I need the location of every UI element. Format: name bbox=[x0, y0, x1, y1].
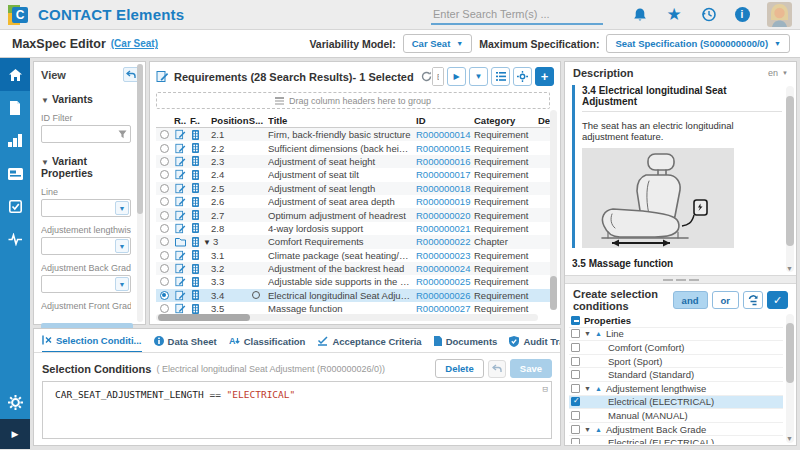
tree-checkbox[interactable] bbox=[571, 316, 580, 325]
collapse-chevron-icon[interactable]: ▼ bbox=[584, 330, 591, 337]
table-row[interactable]: ▼2.7 Optimum adjustment of headrest R000… bbox=[156, 208, 550, 221]
invert-condition-button[interactable] bbox=[743, 291, 763, 309]
edit-requirement-icon[interactable] bbox=[172, 250, 188, 261]
requirement-id-link[interactable]: R000000024 bbox=[416, 263, 474, 274]
tree-checkbox[interactable] bbox=[571, 357, 580, 366]
tree-checkbox[interactable] bbox=[571, 343, 580, 352]
building-block-icon[interactable] bbox=[188, 170, 202, 180]
row-radio[interactable] bbox=[160, 130, 169, 139]
view-panel-scrollbar[interactable] bbox=[137, 64, 143, 322]
delete-button[interactable]: Delete bbox=[435, 359, 484, 378]
building-block-icon[interactable] bbox=[188, 210, 202, 220]
tree-checkbox[interactable] bbox=[571, 370, 580, 379]
requirement-id-link[interactable]: R000000016 bbox=[416, 156, 474, 167]
property-select[interactable]: ▼ bbox=[41, 199, 131, 217]
building-block-icon[interactable] bbox=[188, 290, 202, 300]
property-select[interactable]: ▼ bbox=[41, 275, 131, 293]
add-requirement-button[interactable]: + bbox=[535, 67, 554, 86]
requirement-id-link[interactable]: R000000014 bbox=[416, 129, 474, 140]
tree-checkbox[interactable] bbox=[571, 425, 580, 434]
variability-model-dropdown[interactable]: Car Seat▼ bbox=[403, 34, 473, 53]
building-block-icon[interactable] bbox=[188, 197, 202, 207]
history-icon[interactable] bbox=[693, 4, 723, 26]
row-radio[interactable] bbox=[160, 197, 169, 206]
and-operator-button[interactable]: and bbox=[673, 291, 708, 309]
nav-activity[interactable] bbox=[0, 223, 30, 256]
list-view-button[interactable] bbox=[491, 67, 510, 86]
variant-properties-section-header[interactable]: ▼Variant Properties bbox=[41, 155, 131, 179]
edit-requirement-icon[interactable] bbox=[172, 223, 188, 234]
row-radio[interactable] bbox=[160, 211, 169, 220]
row-radio[interactable] bbox=[160, 291, 169, 300]
tab-audit-trail[interactable]: Audit Trail bbox=[509, 329, 560, 353]
table-row[interactable]: ▼2.3 Adjustment of seat height R00000001… bbox=[156, 155, 550, 168]
building-block-icon[interactable] bbox=[188, 130, 202, 140]
tab-classification[interactable]: A Classification bbox=[229, 329, 306, 353]
table-row[interactable]: ▼2.4 Adjustment of seat tilt R000000017 … bbox=[156, 168, 550, 181]
building-block-icon[interactable] bbox=[188, 250, 202, 260]
global-search[interactable] bbox=[431, 5, 603, 25]
edit-requirement-icon[interactable] bbox=[172, 156, 188, 167]
user-avatar[interactable] bbox=[767, 2, 792, 27]
tree-row[interactable]: ▼ ▲ Comfort (Comfort) bbox=[569, 341, 783, 355]
save-button[interactable]: Save bbox=[510, 359, 552, 378]
or-operator-button[interactable]: or bbox=[712, 291, 740, 309]
refresh-icon[interactable] bbox=[421, 71, 432, 82]
description-scrollbar[interactable] bbox=[786, 86, 794, 272]
edit-requirement-icon[interactable] bbox=[172, 196, 188, 207]
tree-row[interactable]: ▼ ▲ Standard (Standard) bbox=[569, 368, 783, 382]
grid-settings-button[interactable] bbox=[513, 67, 532, 86]
row-radio[interactable] bbox=[160, 224, 169, 233]
filter-options-button[interactable]: ▼ bbox=[469, 67, 488, 86]
group-by-dropzone[interactable]: Drag column headers here to group bbox=[156, 92, 550, 109]
nav-reports[interactable] bbox=[0, 124, 30, 157]
edit-requirement-icon[interactable] bbox=[172, 263, 188, 274]
run-filter-button[interactable]: ▶ bbox=[447, 67, 466, 86]
edit-requirement-icon[interactable] bbox=[172, 210, 188, 221]
row-radio[interactable] bbox=[160, 277, 169, 286]
column-header-position[interactable]: Position bbox=[202, 115, 244, 126]
tree-row[interactable]: ▼ ▲ Line bbox=[569, 328, 783, 342]
context-link[interactable]: (Car Seat) bbox=[111, 38, 158, 49]
edit-requirement-icon[interactable] bbox=[172, 276, 188, 287]
nav-home[interactable] bbox=[0, 58, 30, 91]
requirements-filter[interactable] bbox=[432, 67, 444, 86]
property-select[interactable]: ▼ bbox=[41, 237, 131, 255]
search-input[interactable] bbox=[431, 5, 603, 23]
tab-selection-conditions[interactable]: Selection Conditi... bbox=[42, 329, 142, 353]
row-radio[interactable] bbox=[160, 184, 169, 193]
tab-data-sheet[interactable]: Data Sheet bbox=[154, 329, 217, 353]
building-block-icon[interactable] bbox=[188, 264, 202, 274]
nav-settings[interactable] bbox=[0, 386, 30, 419]
scroll-down-icon[interactable]: ▼ bbox=[786, 435, 793, 442]
column-header-title[interactable]: Title bbox=[268, 115, 416, 126]
scroll-down-icon[interactable]: ▼ bbox=[786, 265, 793, 272]
nav-cards[interactable] bbox=[0, 157, 30, 190]
requirement-id-link[interactable]: R000000017 bbox=[416, 169, 474, 180]
tab-acceptance-criteria[interactable]: Acceptance Criteria bbox=[317, 329, 421, 353]
tree-row[interactable]: ▼ ▲ Electrical (ELECTRICAL) bbox=[569, 436, 783, 444]
sidebar-expand-button[interactable]: ▶ bbox=[0, 419, 30, 449]
maximum-specification-dropdown[interactable]: Seat Specification (S000000000/0)▼ bbox=[606, 34, 790, 53]
panel-splitter-handle[interactable] bbox=[565, 275, 796, 284]
tree-row[interactable]: ▼ ▲ Adjustment Back Grade bbox=[569, 423, 783, 437]
tree-checkbox[interactable] bbox=[571, 411, 580, 420]
row-radio[interactable] bbox=[160, 264, 169, 273]
edit-requirement-icon[interactable] bbox=[172, 183, 188, 194]
edit-requirement-icon[interactable] bbox=[172, 169, 188, 180]
contact-elements-logo-icon[interactable]: C bbox=[8, 5, 28, 25]
requirement-id-link[interactable]: R000000021 bbox=[416, 223, 474, 234]
table-row[interactable]: ▼2.6 Adjustment of seat area depth R0000… bbox=[156, 195, 550, 208]
tree-row[interactable]: ▼ ▲ Properties bbox=[569, 314, 783, 328]
table-row[interactable]: ▼3 Comfort Requirements R000000022 Chapt… bbox=[156, 235, 550, 248]
collapse-chevron-icon[interactable]: ▼ bbox=[584, 426, 591, 433]
building-block-icon[interactable] bbox=[188, 223, 202, 233]
row-radio[interactable] bbox=[160, 251, 169, 260]
tree-row[interactable]: ▼ ▲ Manual (MANUAL) bbox=[569, 409, 783, 423]
row-radio[interactable] bbox=[160, 144, 169, 153]
column-header-r[interactable]: R.. bbox=[172, 115, 188, 126]
table-row[interactable]: ▼2.8 4-way lordosis support R000000021 R… bbox=[156, 222, 550, 235]
chevron-down-icon[interactable]: ▼ bbox=[115, 277, 129, 291]
filter-input[interactable] bbox=[433, 68, 443, 85]
requirement-id-link[interactable]: R000000022 bbox=[416, 236, 474, 247]
